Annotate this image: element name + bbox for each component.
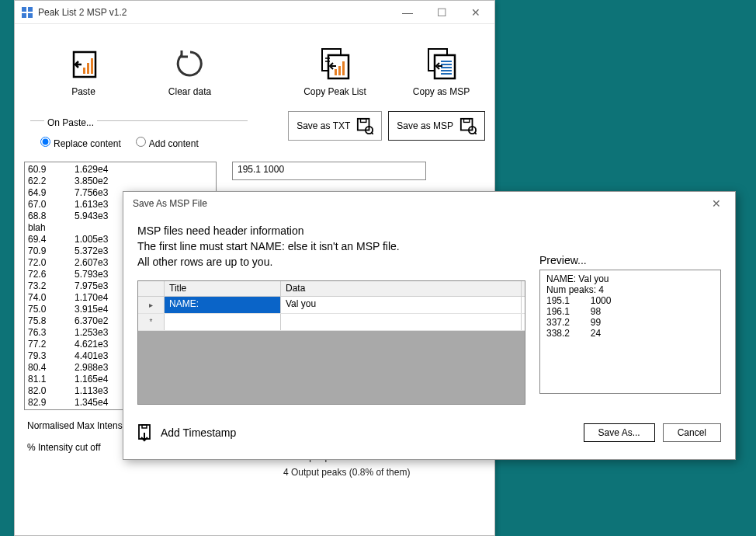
clear-button[interactable]: Clear data [152, 47, 227, 97]
on-paste-group: On Paste... Replace content Add content [30, 113, 248, 155]
copy-peaklist-label: Copy Peak List [303, 86, 366, 97]
dialog-close-button[interactable]: ✕ [699, 193, 733, 214]
preview-box: NAME: Val you Num peaks: 4 195.1 1000 19… [539, 270, 721, 394]
save-txt-icon [356, 117, 373, 134]
app-icon [21, 6, 33, 19]
svg-rect-0 [22, 7, 26, 12]
copy-msp-icon [425, 47, 458, 80]
svg-rect-6 [87, 63, 89, 74]
svg-rect-20 [358, 119, 369, 131]
paste-label: Paste [71, 86, 95, 97]
svg-rect-21 [361, 119, 366, 123]
copy-peaklist-button[interactable]: Copy Peak List [297, 47, 373, 97]
svg-rect-3 [28, 13, 33, 18]
main-title: Peak List 2 MSP v1.2 [38, 7, 390, 18]
save-txt-button[interactable]: Save as TXT [288, 111, 382, 141]
paste-button[interactable]: Paste [46, 47, 121, 97]
close-button[interactable]: ✕ [459, 2, 493, 23]
svg-line-27 [474, 132, 477, 134]
peak-row: 60.91.629e4 [28, 164, 213, 176]
svg-rect-7 [91, 58, 93, 74]
header-grid[interactable]: Title Data ▸NAME:Val you* [137, 280, 525, 405]
paste-icon [68, 47, 100, 80]
grid-row[interactable]: ▸NAME:Val you [138, 297, 525, 314]
svg-rect-1 [28, 7, 33, 12]
dialog-titlebar: Save As MSP File ✕ [123, 192, 735, 215]
grid-col-title[interactable]: Title [165, 281, 281, 296]
copy-peaklist-icon [319, 47, 352, 80]
svg-rect-29 [142, 425, 147, 428]
preview-label: Preview... [539, 254, 721, 266]
timestamp-icon [137, 423, 153, 442]
grid-new-row[interactable]: * [138, 314, 525, 331]
save-msp-button[interactable]: Save as MSP [388, 111, 485, 141]
grid-col-data[interactable]: Data [281, 281, 522, 296]
peak-row: 62.23.850e2 [28, 176, 213, 187]
svg-rect-10 [335, 69, 337, 75]
cancel-button[interactable]: Cancel [663, 423, 721, 442]
main-titlebar: Peak List 2 MSP v1.2 — ☐ ✕ [15, 1, 494, 24]
copy-msp-button[interactable]: Copy as MSP [404, 47, 479, 97]
output-first-line[interactable]: 195.1 1000 [232, 162, 426, 180]
maximize-button[interactable]: ☐ [425, 2, 459, 23]
dialog-title: Save As MSP File [130, 198, 699, 209]
clear-icon [174, 47, 206, 80]
stat-line: 4 Output peaks (0.8% of them) [283, 465, 413, 480]
save-msp-icon [459, 117, 477, 134]
svg-rect-5 [83, 68, 85, 74]
svg-line-23 [372, 132, 374, 134]
add-radio[interactable]: Add content [132, 134, 199, 149]
copy-msp-label: Copy as MSP [413, 86, 470, 97]
svg-rect-11 [338, 66, 341, 75]
add-timestamp-button[interactable]: Add Timestamp [137, 423, 236, 442]
save-msp-dialog: Save As MSP File ✕ MSP files need header… [123, 191, 736, 460]
toolbar: Paste Clear data Copy Peak List Copy as … [15, 24, 494, 105]
svg-rect-24 [461, 119, 473, 131]
save-as-button[interactable]: Save As... [584, 423, 655, 442]
minimize-button[interactable]: — [390, 2, 425, 23]
midrow: On Paste... Replace content Add content … [15, 105, 494, 162]
on-paste-legend: On Paste... [44, 117, 97, 128]
svg-rect-12 [342, 61, 345, 75]
svg-rect-2 [22, 13, 26, 18]
svg-rect-25 [464, 119, 470, 123]
replace-radio[interactable]: Replace content [36, 134, 121, 149]
clear-label: Clear data [168, 86, 211, 97]
